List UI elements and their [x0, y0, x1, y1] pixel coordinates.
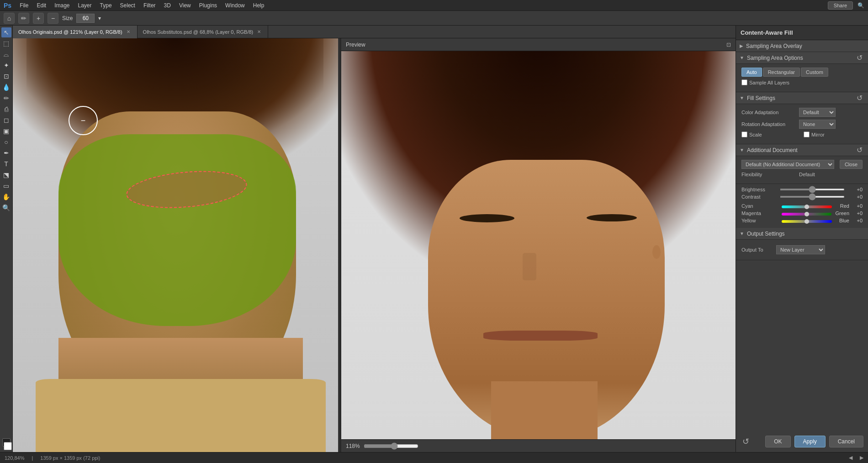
sampling-mode-buttons: Auto Rectangular Custom: [741, 68, 828, 77]
additional-doc-section[interactable]: ▼ Additional Document ↺: [736, 144, 868, 156]
tool-zoom[interactable]: 🔍: [1, 203, 11, 213]
sample-all-layers-label: Sample All Layers: [749, 80, 789, 85]
menu-window[interactable]: Window: [222, 1, 249, 10]
size-input[interactable]: [76, 14, 95, 23]
menu-bar: Ps File Edit Image Layer Type Select Fil…: [0, 0, 868, 11]
brightness-label: Brightness: [741, 187, 778, 192]
background-color[interactable]: [4, 442, 12, 450]
menu-view[interactable]: View: [175, 1, 195, 10]
preview-title: Preview: [346, 42, 365, 48]
contrast-slider[interactable]: [780, 196, 845, 198]
tool-eraser[interactable]: ◻: [1, 115, 11, 125]
tool-shape[interactable]: ▭: [1, 181, 11, 191]
rotation-adaptation-select[interactable]: None Low Medium High Full: [799, 120, 836, 129]
sampling-overlay-section[interactable]: ▶ Sampling Area Overlay: [736, 40, 868, 52]
status-nav-right[interactable]: ▶: [860, 455, 863, 461]
fill-settings-reset[interactable]: ↺: [854, 93, 864, 103]
color-adaptation-select[interactable]: Default None High Very High: [799, 108, 836, 117]
rotation-adaptation-label: Rotation Adaptation: [741, 121, 796, 127]
canvas-container: − Preview ⊡: [13, 38, 736, 452]
sampling-options-section[interactable]: ▼ Sampling Area Options ↺: [736, 52, 868, 64]
sample-all-layers-checkbox[interactable]: [741, 79, 747, 85]
left-canvas[interactable]: −: [13, 38, 339, 452]
caf-reset-button[interactable]: ↺: [741, 437, 751, 447]
caf-panel: Content-Aware Fill ▶ Sampling Area Overl…: [736, 26, 868, 452]
menu-filter[interactable]: Filter: [140, 1, 159, 10]
size-dropdown[interactable]: ▾: [98, 15, 101, 21]
home-button[interactable]: ⌂: [4, 13, 15, 24]
tool-dodge[interactable]: ○: [1, 137, 11, 147]
ok-button[interactable]: OK: [765, 436, 790, 447]
mirror-checkbox[interactable]: [804, 132, 810, 137]
additional-doc-reset[interactable]: ↺: [854, 145, 864, 155]
brush-button[interactable]: ✏: [18, 13, 29, 24]
tool-move[interactable]: ↖: [1, 27, 11, 37]
contrast-label: Contrast: [741, 194, 778, 200]
caf-buttons: ↺ OK Apply Cancel: [736, 431, 868, 452]
subtract-mode-button[interactable]: −: [48, 13, 58, 24]
sample-all-layers-checkbox-row[interactable]: Sample All Layers: [741, 79, 796, 85]
tool-eyedropper[interactable]: 💧: [1, 82, 11, 92]
share-button[interactable]: Share: [828, 1, 853, 10]
fill-settings-arrow: ▼: [740, 95, 744, 100]
preview-panel: Preview ⊡: [341, 38, 736, 452]
tool-path[interactable]: ⬔: [1, 170, 11, 180]
menu-plugins[interactable]: Plugins: [196, 1, 221, 10]
additional-doc-close[interactable]: Close: [840, 160, 863, 169]
scale-checkbox[interactable]: [741, 132, 747, 137]
menu-select[interactable]: Select: [116, 1, 139, 10]
tool-hand[interactable]: ✋: [1, 192, 11, 202]
search-icon[interactable]: 🔍: [857, 2, 864, 9]
sampling-options-reset[interactable]: ↺: [854, 53, 864, 63]
toolbar: ⌂ ✏ + − Size ▾: [0, 11, 868, 26]
tool-pen[interactable]: ✒: [1, 148, 11, 158]
add-mode-button[interactable]: +: [33, 13, 44, 24]
status-nav-left[interactable]: ◀: [849, 455, 852, 461]
cancel-button[interactable]: Cancel: [829, 436, 863, 447]
size-label: Size: [62, 15, 73, 21]
brightness-slider[interactable]: [780, 189, 845, 190]
tool-text[interactable]: T: [1, 159, 11, 169]
tab-substitutos-label: Olhos Substitutos.psd @ 68,8% (Layer 0, …: [143, 29, 254, 35]
caf-title: Content-Aware Fill: [741, 29, 793, 36]
tab-substitutos-close[interactable]: ✕: [256, 29, 262, 35]
scale-checkbox-row[interactable]: Scale: [741, 132, 796, 137]
yellow-value: Blue: [836, 218, 849, 223]
menu-3d[interactable]: 3D: [160, 1, 175, 10]
tool-crop[interactable]: ⊡: [1, 71, 11, 81]
output-to-select[interactable]: New Layer Current Layer Duplicate Layer: [776, 245, 825, 254]
tool-select[interactable]: ⬚: [1, 38, 11, 48]
zoom-slider[interactable]: [364, 442, 418, 450]
auto-button[interactable]: Auto: [741, 68, 762, 77]
menu-help[interactable]: Help: [249, 1, 268, 10]
tool-clone[interactable]: ⎙: [1, 104, 11, 114]
tab-originais-label: Olhos Originais.psd @ 121% (Layer 0, RGB…: [18, 29, 122, 35]
tool-gradient[interactable]: ▣: [1, 126, 11, 136]
status-bar: 120,84% | 1359 px × 1359 px (72 ppi) ◀ ▶: [0, 452, 868, 463]
menu-edit[interactable]: Edit: [33, 1, 50, 10]
flexibility-value: Default: [799, 172, 815, 177]
tab-substitutos[interactable]: Olhos Substitutos.psd @ 68,8% (Layer 0, …: [138, 26, 269, 38]
fill-settings-section[interactable]: ▼ Fill Settings ↺: [736, 92, 868, 104]
additional-doc-content: Default (No Additional Document) Close F…: [736, 156, 868, 184]
preview-expand-icon[interactable]: ⊡: [726, 42, 731, 48]
contrast-value: +0: [847, 194, 863, 200]
yellow-label: Yellow: [741, 218, 778, 223]
tool-brush[interactable]: ✏: [1, 93, 11, 103]
rectangular-button[interactable]: Rectangular: [763, 68, 800, 77]
mirror-checkbox-row[interactable]: Mirror: [804, 132, 858, 137]
custom-button[interactable]: Custom: [801, 68, 828, 77]
additional-doc-select[interactable]: Default (No Additional Document): [741, 160, 834, 169]
flexibility-label: Flexibility: [741, 172, 796, 177]
output-settings-section[interactable]: ▼ Output Settings: [736, 228, 868, 240]
tab-originais[interactable]: Olhos Originais.psd @ 121% (Layer 0, RGB…: [13, 26, 138, 38]
menu-type[interactable]: Type: [96, 1, 116, 10]
brightness-value: +0: [847, 187, 863, 192]
tab-originais-close[interactable]: ✕: [125, 29, 132, 35]
menu-layer[interactable]: Layer: [74, 1, 95, 10]
menu-image[interactable]: Image: [51, 1, 73, 10]
menu-file[interactable]: File: [16, 1, 32, 10]
tool-magic-wand[interactable]: ✦: [1, 60, 11, 70]
apply-button[interactable]: Apply: [794, 436, 826, 447]
tool-lasso[interactable]: ⌓: [1, 49, 11, 59]
